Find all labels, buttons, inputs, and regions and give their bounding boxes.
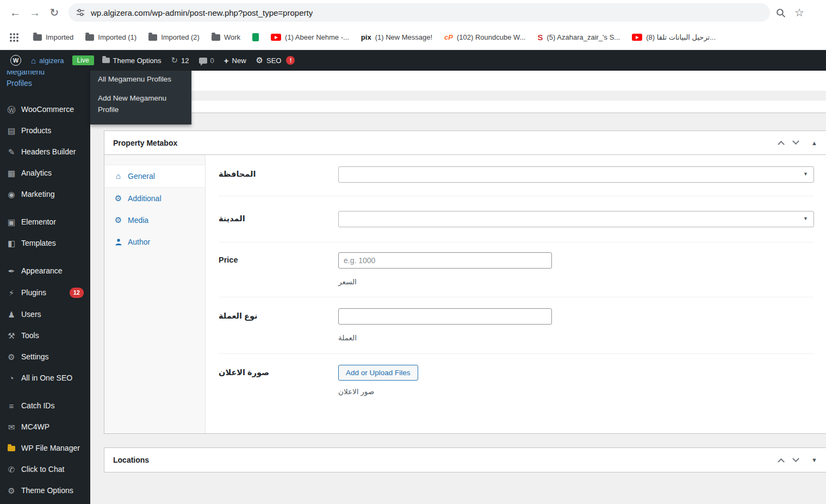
pix-logo-icon: pix xyxy=(361,33,371,41)
sidebar-item-products[interactable]: Products xyxy=(0,120,90,141)
collapse-toggle-icon[interactable]: ▲ xyxy=(811,140,817,146)
apps-grid-icon[interactable] xyxy=(10,33,18,42)
bookmark-imported-1[interactable]: Imported (1) xyxy=(79,30,142,45)
back-button[interactable] xyxy=(5,3,25,22)
tab-media[interactable]: Media xyxy=(104,209,205,231)
sidebar-item-click-to-chat[interactable]: Click to Chat xyxy=(0,459,90,480)
post-title-field-partial[interactable] xyxy=(104,101,826,113)
field-row-currency-type: نوع العملة العملة xyxy=(219,297,814,354)
bookmark-work[interactable]: Work xyxy=(206,30,246,45)
pencil-icon xyxy=(7,147,16,157)
bookmark-sheets[interactable] xyxy=(246,30,265,45)
woocommerce-icon xyxy=(7,105,16,114)
field-row-price: Price السعر xyxy=(219,242,814,297)
move-down-icon[interactable] xyxy=(792,138,799,145)
tools-icon xyxy=(7,331,16,340)
sidebar-item-catch-ids[interactable]: Catch IDs xyxy=(0,395,90,416)
move-up-icon[interactable] xyxy=(778,458,785,465)
zoom-icon[interactable] xyxy=(775,8,786,18)
sidebar-item-users[interactable]: Users xyxy=(0,304,90,325)
sidebar-item-tools[interactable]: Tools xyxy=(0,325,90,346)
wordpress-logo-menu[interactable]: W xyxy=(5,50,26,71)
brush-icon xyxy=(7,266,16,276)
theme-options-toolbar-menu[interactable]: Theme Options xyxy=(97,50,166,71)
sidebar-item-partial[interactable] xyxy=(0,501,90,504)
sidebar-item-mc4wp[interactable]: MC4WP xyxy=(0,416,90,438)
new-label: New xyxy=(232,57,246,65)
collapse-toggle-icon[interactable]: ▼ xyxy=(811,457,817,463)
folder-icon xyxy=(148,34,157,41)
sidebar-item-theme-options[interactable]: Theme Options xyxy=(0,480,90,501)
property-metabox-panel: Property Metabox ▲ General Additional xyxy=(104,130,826,434)
bookmark-azahara[interactable]: S (5) Azahara_zair_'s S... xyxy=(531,29,626,45)
reload-button[interactable] xyxy=(45,3,64,22)
list-icon xyxy=(7,401,16,410)
bookmark-label: (1) New Message! xyxy=(375,33,432,41)
folder-icon xyxy=(85,34,94,41)
phone-icon xyxy=(7,465,16,474)
bookmark-youtube-2[interactable]: (8) ترحيل البيانات تلقا... xyxy=(626,30,722,45)
governorate-select[interactable] xyxy=(338,166,814,183)
sidebar-item-headers-builder[interactable]: Headers Builder xyxy=(0,141,90,163)
tab-additional[interactable]: Additional xyxy=(104,188,205,209)
flyout-item-add-new-megamenu-profile[interactable]: Add New Megamenu Profile xyxy=(90,89,191,120)
bookmark-star-icon[interactable] xyxy=(794,7,804,18)
panel-actions: ▼ xyxy=(779,457,818,463)
live-badge: Live xyxy=(72,55,94,65)
price-input[interactable] xyxy=(338,252,552,269)
sidebar-item-megamenu-profiles[interactable]: Megamenu Profiles xyxy=(0,71,65,89)
gear-icon xyxy=(7,486,16,495)
move-up-icon[interactable] xyxy=(778,141,785,148)
toolbar-right-icons xyxy=(775,7,806,18)
add-or-upload-files-button[interactable]: Add or Upload Files xyxy=(338,365,418,381)
flyout-item-all-megamenu-profiles[interactable]: All Megamenu Profiles xyxy=(90,70,191,89)
folder-icon xyxy=(7,446,16,451)
home-icon xyxy=(114,171,123,181)
comments-menu[interactable]: 0 xyxy=(194,50,219,71)
seo-menu[interactable]: SEO ! xyxy=(251,50,300,71)
sidebar-item-woocommerce[interactable]: WooCommerce xyxy=(0,99,90,120)
sidebar-item-wp-file-manager[interactable]: WP File Manager xyxy=(0,438,90,459)
templates-icon xyxy=(7,239,16,248)
sidebar-item-elementor[interactable]: Elementor xyxy=(0,211,90,233)
price-label: Price xyxy=(219,252,338,286)
sidebar-item-settings[interactable]: Settings xyxy=(0,346,90,368)
tab-label: Author xyxy=(128,237,150,247)
url-text: wp.algizera.com/wp-admin/post-new.php?po… xyxy=(91,8,313,17)
comments-count: 0 xyxy=(210,57,214,65)
wp-admin-bar: W algizera Live Theme Options 12 0 New S… xyxy=(0,50,826,71)
bookmark-youtube-1[interactable]: (1) Abeer Nehme -... xyxy=(265,30,355,45)
tab-author[interactable]: Author xyxy=(104,231,205,253)
forward-button[interactable] xyxy=(25,3,45,22)
sidebar-item-plugins[interactable]: Plugins 12 xyxy=(0,282,90,304)
site-name-menu[interactable]: algizera xyxy=(26,50,69,71)
gear-icon xyxy=(114,215,123,225)
updates-menu[interactable]: 12 xyxy=(166,50,194,71)
bookmark-imported-2[interactable]: Imported (2) xyxy=(142,30,206,45)
sidebar-item-label: Marketing xyxy=(21,190,84,199)
sidebar-item-templates[interactable]: Templates xyxy=(0,233,90,254)
sidebar-item-analytics[interactable]: Analytics xyxy=(0,163,90,184)
currency-type-input[interactable] xyxy=(338,308,552,325)
sidebar-item-appearance[interactable]: Appearance xyxy=(0,260,90,282)
tab-label: Additional xyxy=(128,194,162,203)
chart-icon xyxy=(7,169,16,178)
new-content-menu[interactable]: New xyxy=(219,50,251,71)
move-down-icon[interactable] xyxy=(792,455,799,462)
address-bar[interactable]: wp.algizera.com/wp-admin/post-new.php?po… xyxy=(69,3,770,22)
bookmark-pix[interactable]: pix (1) New Message! xyxy=(355,30,438,45)
property-metabox-header: Property Metabox ▲ xyxy=(104,131,826,155)
bookmark-label: (1) Abeer Nehme -... xyxy=(285,33,349,41)
browser-toolbar: wp.algizera.com/wp-admin/post-new.php?po… xyxy=(0,0,826,25)
tab-general[interactable]: General xyxy=(104,165,205,188)
cpanel-logo-icon: cP xyxy=(444,33,453,41)
bookmark-imported[interactable]: Imported xyxy=(27,30,79,45)
tab-label: General xyxy=(128,171,155,181)
bookmark-roundcube[interactable]: cP (102) Roundcube W... xyxy=(438,30,531,45)
city-select[interactable] xyxy=(338,211,814,227)
site-settings-icon[interactable] xyxy=(76,8,85,17)
sidebar-item-marketing[interactable]: Marketing xyxy=(0,184,90,205)
gear-icon xyxy=(256,55,263,65)
sidebar-item-all-in-one-seo[interactable]: All in One SEO xyxy=(0,368,90,389)
sidebar-item-label: Templates xyxy=(21,239,84,248)
